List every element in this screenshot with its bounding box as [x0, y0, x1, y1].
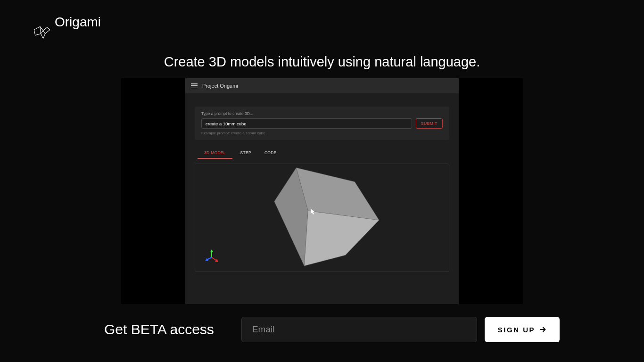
- cursor-icon: [311, 209, 315, 215]
- tagline: Create 3D models intuitively using natur…: [0, 54, 644, 70]
- brand-name: Origami: [55, 14, 97, 30]
- svg-marker-2: [304, 211, 379, 266]
- arrow-right-icon: [540, 326, 546, 333]
- app-header: Project Origami: [185, 78, 459, 93]
- header: Origami: [0, 0, 644, 42]
- cta-bar: Get BETA access SIGN UP: [84, 317, 560, 342]
- submit-button[interactable]: SUBMIT: [416, 118, 443, 129]
- tab-step[interactable]: .STEP: [232, 148, 258, 159]
- signup-label: SIGN UP: [498, 326, 535, 334]
- tabs: 3D MODEL .STEP CODE: [195, 148, 449, 159]
- example-hint: Example prompt: create a 10mm cube: [201, 131, 443, 135]
- app-title: Project Origami: [202, 83, 238, 89]
- email-field[interactable]: [241, 317, 477, 342]
- 3d-viewport[interactable]: [195, 164, 449, 272]
- axis-gizmo-icon: [205, 249, 219, 263]
- cube-render: [195, 164, 449, 272]
- tab-code[interactable]: CODE: [258, 148, 283, 159]
- beta-heading: Get BETA access: [84, 321, 234, 337]
- signup-button[interactable]: SIGN UP: [485, 317, 560, 342]
- tab-3d-model[interactable]: 3D MODEL: [198, 148, 232, 159]
- demo-screenshot: Project Origami Type a prompt to create …: [121, 78, 523, 304]
- prompt-label: Type a prompt to create 3D...: [201, 111, 443, 116]
- prompt-card: Type a prompt to create 3D... SUBMIT Exa…: [195, 107, 449, 140]
- app-window: Project Origami Type a prompt to create …: [185, 78, 459, 304]
- logo: Origami: [32, 14, 97, 42]
- hamburger-icon[interactable]: [191, 83, 198, 88]
- app-body: Type a prompt to create 3D... SUBMIT Exa…: [185, 93, 459, 278]
- origami-bird-icon: [32, 23, 52, 42]
- prompt-input[interactable]: [201, 118, 412, 129]
- svg-marker-13: [210, 249, 213, 252]
